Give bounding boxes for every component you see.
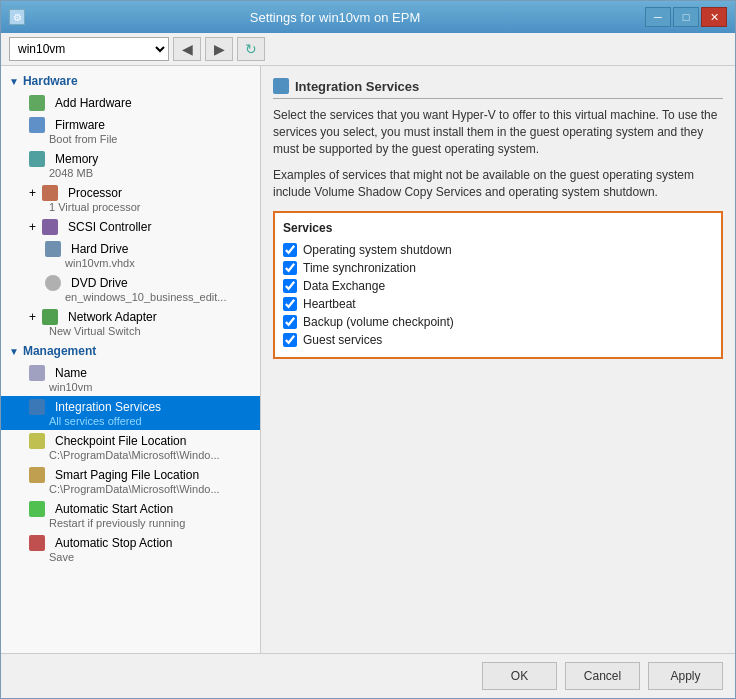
auto-stop-label: Automatic Stop Action [55,536,172,550]
management-section-label: Management [23,344,96,358]
integration-label: Integration Services [55,400,161,414]
right-panel: Integration Services Select the services… [261,66,735,653]
name-sub: win10vm [29,381,252,393]
paging-label: Smart Paging File Location [55,468,199,482]
sidebar-item-name[interactable]: Name win10vm [1,362,260,396]
backup-checkbox[interactable] [283,315,297,329]
firmware-sub: Boot from File [29,133,252,145]
titlebar-buttons: ─ □ ✕ [645,7,727,27]
window-icon: ⚙ [9,9,25,25]
dvd-icon [45,275,61,291]
panel-title: Integration Services [295,79,419,94]
heartbeat-checkbox[interactable] [283,297,297,311]
ok-button[interactable]: OK [482,662,557,690]
minimize-button[interactable]: ─ [645,7,671,27]
integration-sub: All services offered [29,415,252,427]
auto-start-icon [29,501,45,517]
sidebar-item-network[interactable]: + Network Adapter New Virtual Switch [1,306,260,340]
processor-sub: 1 Virtual processor [29,201,252,213]
paging-icon [29,467,45,483]
sidebar-item-auto-start[interactable]: Automatic Start Action Restart if previo… [1,498,260,532]
hardware-arrow-icon: ▼ [9,76,19,87]
network-label: Network Adapter [68,310,157,324]
memory-sub: 2048 MB [29,167,252,179]
scsi-expander[interactable]: + [29,220,36,234]
backup-label[interactable]: Backup (volume checkpoint) [303,315,454,329]
sidebar-item-firmware[interactable]: Firmware Boot from File [1,114,260,148]
refresh-button[interactable]: ↻ [237,37,265,61]
time-sync-label[interactable]: Time synchronization [303,261,416,275]
sidebar-item-processor[interactable]: + Processor 1 Virtual processor [1,182,260,216]
os-shutdown-label[interactable]: Operating system shutdown [303,243,452,257]
heartbeat-label[interactable]: Heartbeat [303,297,356,311]
panel-header: Integration Services [273,78,723,99]
service-item-time-sync: Time synchronization [283,259,713,277]
scsi-icon [42,219,58,235]
titlebar: ⚙ Settings for win10vm on EPM ─ □ ✕ [1,1,735,33]
name-icon [29,365,45,381]
data-exchange-label[interactable]: Data Exchange [303,279,385,293]
footer: OK Cancel Apply [1,653,735,698]
integration-icon [29,399,45,415]
back-button[interactable]: ◀ [173,37,201,61]
management-arrow-icon: ▼ [9,346,19,357]
sidebar-item-integration[interactable]: Integration Services All services offere… [1,396,260,430]
panel-description2: Examples of services that might not be a… [273,167,723,201]
memory-icon [29,151,45,167]
auto-stop-sub: Save [29,551,252,563]
checkpoint-label: Checkpoint File Location [55,434,186,448]
services-title: Services [283,221,713,235]
panel-description1: Select the services that you want Hyper-… [273,107,723,157]
cancel-button[interactable]: Cancel [565,662,640,690]
network-expander[interactable]: + [29,310,36,324]
sidebar-item-checkpoint[interactable]: Checkpoint File Location C:\ProgramData\… [1,430,260,464]
dvd-sub: en_windows_10_business_edit... [45,291,252,303]
time-sync-checkbox[interactable] [283,261,297,275]
sidebar-item-add-hardware[interactable]: Add Hardware [1,92,260,114]
guest-services-checkbox[interactable] [283,333,297,347]
hard-drive-icon [45,241,61,257]
sidebar: ▼ Hardware Add Hardware Firmware Boot fr… [1,66,261,653]
auto-start-sub: Restart if previously running [29,517,252,529]
service-item-os-shutdown: Operating system shutdown [283,241,713,259]
window-title: Settings for win10vm on EPM [25,10,645,25]
processor-icon [42,185,58,201]
apply-button[interactable]: Apply [648,662,723,690]
sidebar-item-scsi[interactable]: + SCSI Controller [1,216,260,238]
services-box: Services Operating system shutdown Time … [273,211,723,359]
service-item-data-exchange: Data Exchange [283,277,713,295]
checkpoint-sub: C:\ProgramData\Microsoft\Windo... [29,449,252,461]
network-sub: New Virtual Switch [29,325,252,337]
auto-stop-icon [29,535,45,551]
firmware-label: Firmware [55,118,105,132]
maximize-button[interactable]: □ [673,7,699,27]
checkpoint-icon [29,433,45,449]
processor-expander[interactable]: + [29,186,36,200]
network-icon [42,309,58,325]
paging-sub: C:\ProgramData\Microsoft\Windo... [29,483,252,495]
service-item-heartbeat: Heartbeat [283,295,713,313]
hardware-section-header: ▼ Hardware [1,70,260,92]
add-hardware-label: Add Hardware [55,96,132,110]
close-button[interactable]: ✕ [701,7,727,27]
processor-label: Processor [68,186,122,200]
sidebar-item-paging[interactable]: Smart Paging File Location C:\ProgramDat… [1,464,260,498]
guest-services-label[interactable]: Guest services [303,333,382,347]
os-shutdown-checkbox[interactable] [283,243,297,257]
sidebar-item-auto-stop[interactable]: Automatic Stop Action Save [1,532,260,566]
vm-selector[interactable]: win10vm [9,37,169,61]
hard-drive-label: Hard Drive [71,242,128,256]
memory-label: Memory [55,152,98,166]
service-item-backup: Backup (volume checkpoint) [283,313,713,331]
service-item-guest: Guest services [283,331,713,349]
forward-button[interactable]: ▶ [205,37,233,61]
main-content: ▼ Hardware Add Hardware Firmware Boot fr… [1,66,735,653]
name-label: Name [55,366,87,380]
sidebar-item-memory[interactable]: Memory 2048 MB [1,148,260,182]
sidebar-item-dvd[interactable]: DVD Drive en_windows_10_business_edit... [1,272,260,306]
panel-header-icon [273,78,289,94]
toolbar: win10vm ◀ ▶ ↻ [1,33,735,66]
firmware-icon [29,117,45,133]
sidebar-item-hard-drive[interactable]: Hard Drive win10vm.vhdx [1,238,260,272]
data-exchange-checkbox[interactable] [283,279,297,293]
